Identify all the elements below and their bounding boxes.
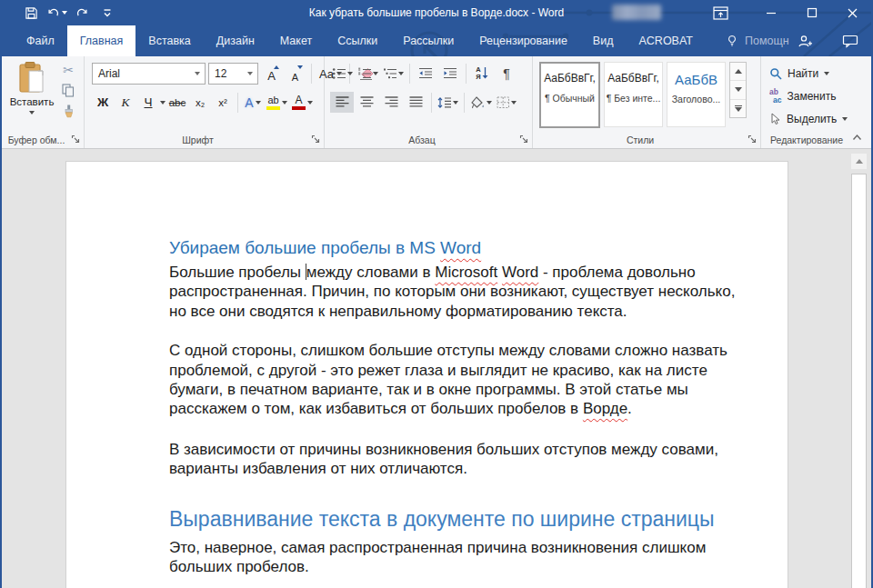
minimize-button[interactable] [750, 0, 791, 25]
font-color-button[interactable]: А [290, 92, 315, 113]
clipboard-group: Вставить ✂ Буфер обм... [2, 56, 85, 148]
shading-button[interactable] [468, 92, 494, 113]
align-center-button[interactable] [355, 92, 378, 113]
close-button[interactable] [832, 0, 873, 25]
font-name-value: Arial [98, 67, 120, 80]
text-highlight-button[interactable]: ab [265, 92, 289, 113]
font-row-2: Ж К Ч abc x₂ x² А ab [92, 92, 315, 113]
multilevel-list-button[interactable] [381, 63, 406, 84]
decrease-indent-icon [418, 67, 433, 80]
styles-dialog-launcher[interactable] [747, 134, 758, 145]
text-effects-button[interactable]: А [242, 92, 264, 113]
subscript-button[interactable]: x₂ [189, 92, 211, 113]
show-formatting-marks-button[interactable]: ¶ [495, 63, 518, 84]
style-card-heading1[interactable]: АаБбВ Заголово... [667, 62, 726, 127]
shrink-font-button[interactable]: А [285, 63, 306, 85]
font-color-bar [292, 106, 306, 110]
superscript-button[interactable]: x² [212, 92, 234, 113]
misspelled-word[interactable]: Word [502, 264, 538, 281]
styles-scroll-up-button[interactable] [730, 63, 746, 81]
feedback-button[interactable] [835, 25, 866, 56]
person-add-icon [797, 34, 814, 49]
editing-group: Найти ab ac Заменить Выделить Редактиров… [761, 56, 852, 148]
tab-mailings[interactable]: Рассылки [390, 25, 467, 56]
styles-scroll-down-button[interactable] [730, 81, 746, 99]
styles-gallery-more-button[interactable] [730, 100, 746, 117]
tab-layout[interactable]: Макет [267, 25, 325, 56]
tab-view[interactable]: Вид [580, 25, 627, 56]
styles-group: АаБбВвГг, ¶ Обычный АаБбВвГг, ¶ Без инте… [533, 56, 761, 148]
scrollbar-up-button[interactable] [851, 154, 867, 169]
strikethrough-button[interactable]: abc [166, 92, 188, 113]
document-heading-1[interactable]: Убираем большие пробелы в MS Word [169, 238, 737, 257]
ribbon: Вставить ✂ Буфер обм... [0, 56, 873, 149]
tab-layout-label: Макет [280, 35, 312, 47]
sort-button[interactable]: А Я [470, 63, 494, 84]
align-right-button[interactable] [379, 92, 403, 113]
numbering-button[interactable] [356, 63, 380, 84]
paragraph-row-2 [330, 92, 518, 113]
tab-review[interactable]: Рецензирование [467, 25, 580, 56]
tab-home[interactable]: Главная [67, 25, 136, 56]
line-spacing-button[interactable] [436, 92, 460, 113]
paragraph-text[interactable]: С одной стороны, слишком большие отступы… [169, 342, 728, 417]
style-card-normal[interactable]: АаБбВвГг, ¶ Обычный [539, 62, 600, 128]
find-button[interactable]: Найти [761, 62, 852, 85]
replace-button[interactable]: ab ac Заменить [761, 85, 852, 107]
document-paragraph-1[interactable]: Большие пробелы между словами в Microsof… [169, 263, 737, 321]
italic-button[interactable]: К [115, 92, 136, 113]
cut-button[interactable]: ✂ [63, 64, 74, 76]
underline-button[interactable]: Ч [137, 92, 159, 113]
misspelled-word[interactable]: Ворде [583, 400, 627, 417]
bold-button[interactable]: Ж [92, 92, 114, 113]
replace-ac-letters: ac [773, 96, 781, 105]
grow-font-button[interactable]: А [261, 63, 282, 85]
font-name-combobox[interactable]: Arial [92, 63, 206, 85]
paragraph-text[interactable]: между словами в [306, 264, 436, 281]
font-dialog-launcher[interactable] [310, 134, 321, 145]
tab-file[interactable]: Файл [14, 25, 67, 56]
style-card-no-spacing[interactable]: АаБбВвГг, ¶ Без инте... [604, 62, 663, 127]
vertical-scrollbar[interactable] [851, 154, 867, 588]
font-size-combobox[interactable]: 12 [208, 63, 258, 85]
document-heading-2[interactable]: Выравнивание текста в документе по ширин… [169, 507, 737, 532]
document-paragraph-2[interactable]: С одной стороны, слишком большие отступы… [169, 341, 737, 419]
decrease-indent-button[interactable] [414, 63, 437, 84]
underline-dropdown-icon[interactable] [160, 101, 166, 105]
font-size-dropdown-icon [247, 72, 253, 75]
document-paragraph-4[interactable]: Это, наверное, самая распространенная пр… [169, 538, 737, 577]
paragraph-text[interactable]: . [627, 400, 632, 417]
tell-me-assistant[interactable]: Помощн [726, 25, 789, 56]
tab-references[interactable]: Ссылки [325, 25, 390, 56]
copy-button[interactable] [62, 84, 75, 97]
align-left-button[interactable] [330, 92, 354, 113]
justify-button[interactable] [404, 92, 427, 113]
misspelled-word[interactable]: Word [440, 238, 481, 257]
scrollbar-thumb[interactable] [851, 174, 867, 588]
tab-insert-label: Вставка [148, 35, 190, 47]
tab-insert[interactable]: Вставка [135, 25, 203, 56]
maximize-button[interactable] [791, 0, 832, 25]
ribbon-display-options-button[interactable] [702, 0, 738, 25]
share-sign-in-button[interactable] [789, 25, 820, 56]
styles-gallery-scrollbar [729, 62, 747, 118]
document-page[interactable]: Убираем большие пробелы в MS Word Больши… [66, 162, 788, 588]
multilevel-dropdown-icon [398, 72, 404, 75]
heading1-text[interactable]: Убираем большие пробелы в MS [169, 238, 440, 257]
bullets-button[interactable] [330, 63, 355, 84]
format-painter-button[interactable] [62, 105, 75, 118]
tab-mailings-label: Рассылки [403, 35, 454, 47]
text-effects-dropdown-icon [256, 101, 261, 105]
paste-button[interactable]: Вставить [9, 61, 55, 132]
increase-indent-button[interactable] [438, 63, 462, 84]
select-button[interactable]: Выделить [761, 107, 852, 130]
paragraph-text[interactable]: Большие пробелы [169, 264, 306, 281]
tab-design[interactable]: Дизайн [204, 25, 267, 56]
misspelled-word[interactable]: Microsoft [435, 264, 497, 281]
borders-button[interactable] [495, 92, 518, 113]
clipboard-dialog-launcher[interactable] [70, 134, 81, 145]
paragraph-dialog-launcher[interactable] [518, 134, 529, 145]
document-paragraph-3[interactable]: В зависимости от причины возникновения б… [169, 440, 737, 479]
tab-acrobat[interactable]: ACROBAT [626, 25, 706, 56]
collapse-ribbon-button[interactable] [849, 131, 864, 144]
